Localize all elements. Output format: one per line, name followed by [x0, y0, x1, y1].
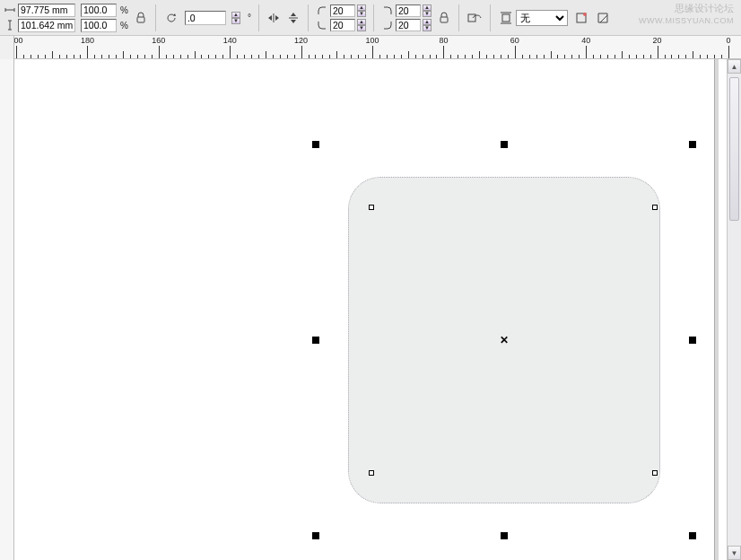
- handle-tl[interactable]: [312, 141, 319, 148]
- watermark: 思缘设计论坛 WWW.MISSYUAN.COM: [639, 2, 734, 27]
- scroll-down-button[interactable]: ▼: [728, 546, 741, 560]
- ruler-label: 20: [653, 36, 662, 45]
- ruler-label: 180: [81, 36, 94, 45]
- corner-bl-icon: [316, 19, 328, 31]
- corner-tl-icon: [316, 4, 328, 17]
- handle-ml[interactable]: [312, 337, 319, 344]
- handle-tr[interactable]: [689, 141, 696, 148]
- node-bl[interactable]: [369, 470, 374, 476]
- ruler-label: 0: [726, 36, 730, 45]
- node-tl[interactable]: [369, 205, 374, 210]
- corner-br-spinner[interactable]: ▲▼: [423, 19, 432, 31]
- node-tr[interactable]: [652, 205, 658, 210]
- svg-rect-1: [440, 17, 448, 22]
- rotation-spinner[interactable]: ▲▼: [231, 12, 240, 24]
- svg-rect-3: [502, 14, 510, 22]
- ruler-label: 80: [439, 36, 448, 45]
- scale-y-input[interactable]: [81, 19, 117, 32]
- size-group: [4, 4, 75, 32]
- ruler-label: 120: [294, 36, 308, 45]
- mirror-horizontal-button[interactable]: [266, 11, 281, 25]
- percent-unit: %: [118, 21, 128, 31]
- width-input[interactable]: [18, 4, 75, 17]
- handle-bm[interactable]: [501, 532, 508, 539]
- handle-tm[interactable]: [501, 141, 508, 148]
- ruler-label: 140: [223, 36, 237, 45]
- svg-point-5: [583, 13, 587, 16]
- canvas[interactable]: ✕: [0, 59, 727, 560]
- corner-br-input[interactable]: [396, 19, 421, 31]
- wrap-icon: [498, 10, 514, 26]
- corner-bl-input[interactable]: [330, 19, 355, 31]
- height-input[interactable]: [18, 19, 75, 32]
- corner-left-group: ▲▼ ▲▼: [316, 4, 366, 31]
- svg-rect-0: [137, 17, 144, 22]
- corner-br-icon: [381, 19, 394, 31]
- rotation-input[interactable]: [185, 11, 226, 25]
- ruler-label: 160: [152, 36, 165, 45]
- ruler-row: 020406080100120140160180200: [0, 36, 741, 59]
- node-br[interactable]: [652, 470, 658, 476]
- handle-bl[interactable]: [312, 532, 319, 539]
- height-icon: [4, 19, 16, 31]
- degree-unit: °: [246, 13, 251, 22]
- corner-tl-spinner[interactable]: ▲▼: [357, 4, 366, 17]
- ruler-label: 40: [581, 36, 590, 45]
- property-toolbar: % % ▲▼ ° ▲▼ ▲▼: [0, 0, 741, 36]
- corner-tr-input[interactable]: [396, 4, 421, 17]
- horizontal-ruler[interactable]: 020406080100120140160180200: [14, 36, 741, 58]
- scroll-thumb[interactable]: [729, 77, 739, 221]
- lock-corners-icon[interactable]: [437, 11, 451, 25]
- center-marker[interactable]: ✕: [500, 335, 509, 346]
- extra-button-1[interactable]: [573, 10, 589, 26]
- corner-tr-icon: [381, 4, 394, 17]
- lock-ratio-icon[interactable]: [134, 11, 148, 25]
- scale-group: % %: [81, 4, 128, 32]
- corner-tl-input[interactable]: [330, 4, 355, 17]
- mirror-vertical-button[interactable]: [286, 11, 301, 25]
- vertical-ruler[interactable]: [0, 59, 14, 560]
- rotate-icon: [163, 10, 179, 26]
- svg-rect-2: [468, 14, 475, 22]
- percent-unit: %: [118, 5, 128, 15]
- ruler-label: 100: [365, 36, 379, 45]
- watermark-line2: WWW.MISSYUAN.COM: [639, 14, 734, 27]
- scroll-up-button[interactable]: ▲: [728, 59, 741, 74]
- watermark-line1: 思缘设计论坛: [639, 2, 734, 14]
- handle-br[interactable]: [689, 532, 696, 539]
- corner-tr-spinner[interactable]: ▲▼: [423, 4, 432, 17]
- width-icon: [4, 4, 16, 16]
- ruler-label: 60: [510, 36, 519, 45]
- handle-mr[interactable]: [689, 337, 696, 344]
- extra-button-2[interactable]: [595, 10, 611, 26]
- vertical-scrollbar[interactable]: ▲ ▼: [727, 59, 741, 560]
- ruler-label: 200: [14, 36, 23, 45]
- wrap-group: 无: [498, 10, 568, 26]
- corner-right-group: ▲▼ ▲▼: [381, 4, 432, 31]
- ruler-corner[interactable]: [0, 36, 14, 59]
- to-curves-button[interactable]: [466, 10, 483, 26]
- wrap-select[interactable]: 无: [516, 10, 568, 26]
- page-shadow: [715, 59, 719, 560]
- scale-x-input[interactable]: [81, 4, 117, 17]
- corner-bl-spinner[interactable]: ▲▼: [357, 19, 366, 31]
